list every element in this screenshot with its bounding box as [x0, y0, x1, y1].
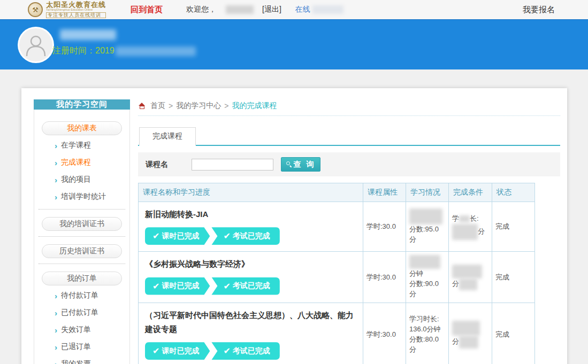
- register-time-text: 注册时间：2019: [52, 45, 114, 57]
- badge-label: 课时已完成: [162, 281, 199, 291]
- sidebar-item-my-certificates[interactable]: 我的培训证书: [42, 217, 122, 231]
- sidebar-item-my-orders[interactable]: 我的订单: [42, 272, 122, 285]
- chevron-right-icon: ›: [55, 360, 57, 364]
- sidebar-item-refunded-orders[interactable]: ›已退订单: [55, 342, 129, 352]
- sidebar-item-training-hours-stats[interactable]: ›培训学时统计: [55, 192, 129, 202]
- sidebar-item-history-certificates[interactable]: 历史培训证书: [42, 244, 122, 258]
- content-card: 我的学习空间 我的课表 ›在学课程 ›完成课程 ›我的项目 ›培训学时统计 我的…: [21, 88, 567, 364]
- sidebar-item-my-schedule[interactable]: 我的课表: [42, 121, 122, 135]
- query-button[interactable]: 查 询: [281, 157, 320, 172]
- home-icon: [138, 103, 146, 110]
- breadcrumb-separator: >: [224, 102, 228, 110]
- lesson-complete-badge: ✔课时已完成: [145, 277, 210, 295]
- sidebar-item-my-invoices[interactable]: ›我的发票: [55, 359, 129, 364]
- check-icon: ✔: [152, 231, 159, 241]
- sidebar-title: 我的学习空间: [34, 99, 130, 110]
- course-name-label: 课程名: [146, 160, 168, 169]
- sidebar-item-label: 我的发票: [61, 359, 91, 364]
- header-completion-condition: 完成条件: [449, 183, 492, 202]
- course-attr-cell: 学时:30.0: [363, 303, 406, 364]
- chevron-right-icon: ›: [55, 175, 57, 184]
- breadcrumb-current: 我的完成课程: [232, 101, 277, 111]
- score-text: 分数:80.0分: [409, 335, 445, 355]
- course-name-input[interactable]: [192, 159, 273, 171]
- divider: [39, 264, 125, 264]
- badge-label: 考试已完成: [233, 281, 270, 291]
- redacted-condition: [459, 215, 470, 222]
- sidebar-item-unpaid-orders[interactable]: ›待付款订单: [55, 291, 129, 300]
- duration-fragment: 分钟: [409, 269, 423, 277]
- breadcrumb-learning-center[interactable]: 我的学习中心: [176, 101, 221, 111]
- study-status-cell: 分数:95.0分: [406, 202, 449, 252]
- sidebar-item-label: 完成课程: [61, 158, 91, 167]
- badge-label: 课时已完成: [162, 231, 199, 241]
- chevron-right-icon: ›: [55, 158, 57, 167]
- header-study-status: 学习情况: [406, 183, 449, 202]
- user-banner: 注册时间：2019: [0, 19, 588, 69]
- redacted-condition: [459, 336, 478, 348]
- redacted-study-duration: [409, 255, 440, 269]
- logo-text: 太阳圣火教育在线 TaiYangShengHuo Education Onlin…: [46, 1, 106, 18]
- chevron-right-icon: ›: [55, 141, 57, 150]
- chevron-right-icon: ›: [55, 291, 57, 300]
- search-icon: [286, 161, 292, 167]
- course-cell: 新旧动能转换-JIA ✔课时已完成 ✔考试已完成: [139, 202, 363, 252]
- sidebar-item-completed-courses[interactable]: ›完成课程: [55, 158, 129, 167]
- table-header-row: 课程名称和学习进度 课程属性 学习情况 完成条件 状态: [139, 183, 535, 202]
- status-cell: 完成: [492, 252, 535, 303]
- logo-title: 太阳圣火教育在线: [46, 1, 106, 9]
- tab-completed-courses[interactable]: 完成课程: [139, 127, 196, 146]
- register-time: 注册时间：2019: [52, 45, 196, 57]
- divider: [39, 236, 125, 237]
- breadcrumb: 首页 > 我的学习中心 > 我的完成课程: [138, 101, 560, 116]
- condition-fragment: 分: [478, 227, 485, 235]
- welcome-text: 欢迎您，: [186, 5, 216, 14]
- course-cell: （习近平新时代中国特色社会主义思想）、八大战略、能力建设专题 ✔课时已完成 ✔考…: [139, 303, 363, 364]
- tab-bar: 完成课程: [138, 127, 560, 146]
- status-cell: 完成: [492, 303, 535, 364]
- completed-courses-table: 课程名称和学习进度 课程属性 学习情况 完成条件 状态 新旧动能转换-JIA ✔…: [138, 183, 535, 364]
- sidebar-item-label: 失效订单: [61, 325, 91, 335]
- sidebar-item-label: 培训学时统计: [61, 192, 106, 202]
- check-icon: ✔: [223, 281, 230, 291]
- study-status-cell: 分钟 分数:90.0分: [406, 252, 449, 303]
- site-logo[interactable]: ⚒ 太阳圣火教育在线 TaiYangShengHuo Education Onl…: [28, 1, 106, 18]
- chevron-right-icon: ›: [55, 308, 57, 317]
- chevron-right-icon: ›: [55, 192, 57, 202]
- course-attr-cell: 学时:30.0: [363, 252, 406, 303]
- query-button-label: 查 询: [294, 160, 316, 169]
- sidebar: 我的学习空间 我的课表 ›在学课程 ›完成课程 ›我的项目 ›培训学时统计 我的…: [34, 99, 130, 364]
- signup-link[interactable]: 我要报名: [523, 5, 555, 15]
- redacted-condition: [452, 321, 480, 336]
- redacted-condition: [452, 265, 482, 278]
- sidebar-item-courses-in-progress[interactable]: ›在学课程: [55, 141, 129, 150]
- avatar: [18, 27, 54, 63]
- condition-fragment: 分: [452, 280, 459, 288]
- online-label: 在线: [295, 5, 310, 14]
- course-title: 《乡村振兴战略与数字经济》: [145, 257, 356, 271]
- header-course-name: 课程名称和学习进度: [139, 183, 363, 202]
- sidebar-item-paid-orders[interactable]: ›已付款订单: [55, 308, 129, 317]
- breadcrumb-separator: >: [169, 102, 173, 110]
- sidebar-item-my-projects[interactable]: ›我的项目: [55, 175, 129, 184]
- sidebar-item-expired-orders[interactable]: ›失效订单: [55, 325, 129, 335]
- topbar: ⚒ 太阳圣火教育在线 TaiYangShengHuo Education Onl…: [0, 0, 588, 19]
- back-home-link[interactable]: 回到首页: [131, 5, 163, 15]
- logout-link[interactable]: [退出]: [262, 5, 281, 14]
- redacted-condition: [452, 224, 478, 240]
- progress-badges: ✔课时已完成 ✔考试已完成: [145, 277, 356, 295]
- sidebar-item-label: 已付款订单: [61, 308, 98, 317]
- breadcrumb-home[interactable]: 首页: [150, 101, 165, 111]
- condition-fragment: 长:: [470, 214, 479, 222]
- course-attr-cell: 学时:30.0: [363, 202, 406, 252]
- sidebar-item-label: 待付款订单: [61, 291, 98, 300]
- exam-complete-badge: ✔考试已完成: [211, 342, 279, 360]
- table-row: 新旧动能转换-JIA ✔课时已完成 ✔考试已完成 学时:30.0 分数:95.0…: [139, 202, 535, 252]
- table-row: 《乡村振兴战略与数字经济》 ✔课时已完成 ✔考试已完成 学时:30.0 分钟 分…: [139, 252, 535, 303]
- condition-fragment: 分: [452, 337, 459, 345]
- redacted-condition: [459, 278, 477, 290]
- badge-label: 考试已完成: [233, 346, 270, 356]
- lesson-complete-badge: ✔课时已完成: [145, 227, 210, 245]
- condition-fragment: 学: [452, 214, 459, 222]
- lesson-complete-badge: ✔课时已完成: [145, 342, 210, 360]
